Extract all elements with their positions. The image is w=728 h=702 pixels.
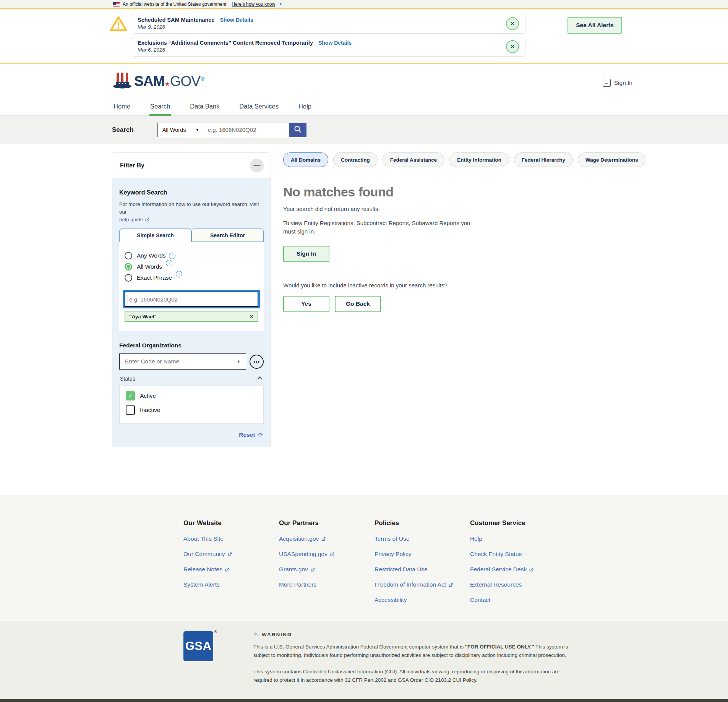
select-caret-icon: ▼ <box>196 128 199 132</box>
warning-paragraph-2: This system contains Controlled Unclassi… <box>253 668 571 684</box>
radio-any-words[interactable]: Any Words i <box>125 252 258 259</box>
external-link-icon <box>225 567 230 572</box>
tab-simple-search[interactable]: Simple Search <box>119 229 191 242</box>
status-accordion-toggle[interactable]: Status <box>120 376 263 382</box>
footer-link-our-community[interactable]: Our Community <box>183 551 279 558</box>
domain-tab-federal-hierarchy[interactable]: Federal Hierarchy <box>514 152 573 167</box>
footer-link-release-notes[interactable]: Release Notes <box>183 566 279 573</box>
footer-link-accessibility[interactable]: Accessibility <box>375 597 470 603</box>
show-details-link[interactable]: Show Details <box>318 40 352 46</box>
federal-organizations-select[interactable]: Enter Code or Name ▼ <box>119 353 246 370</box>
checkbox-inactive[interactable]: Inactive <box>126 405 257 415</box>
footer-links: Our Website About This Site Our Communit… <box>0 495 728 621</box>
reset-filters-link[interactable]: Reset ⟳ <box>120 431 263 438</box>
inactive-records-question: Would you like to include inactive recor… <box>283 282 728 289</box>
heres-how-you-know-link[interactable]: Here’s how you know <box>232 2 275 7</box>
close-icon[interactable]: ✕ <box>506 17 519 30</box>
site-header: SAM ★ GOV ® ← Sign In <box>0 64 728 101</box>
header-sign-in-link[interactable]: ← Sign In <box>603 79 632 87</box>
domain-tab-wage-determinations[interactable]: Wage Determinations <box>578 152 646 167</box>
domain-tab-contracting[interactable]: Contracting <box>333 152 378 167</box>
keyword-chip: "Aya Wael" ✕ <box>125 311 258 322</box>
tab-search-editor[interactable]: Search Editor <box>191 229 264 242</box>
external-link-icon <box>330 552 335 557</box>
footer-col-our-website: Our Website About This Site Our Communit… <box>183 519 279 603</box>
nav-item-data-services[interactable]: Data Services <box>238 101 279 115</box>
footer-link-label: External Resources <box>470 581 522 588</box>
top-search-input[interactable] <box>203 123 289 137</box>
footer-link-federal-service-desk[interactable]: Federal Service Desk <box>470 566 566 573</box>
footer-link-acquisition-gov[interactable]: Acquisition.gov <box>279 535 375 542</box>
main-content: Filter By — Keyword Search For more info… <box>0 144 728 495</box>
domain-tab-federal-assistance[interactable]: Federal Assistance <box>383 152 445 167</box>
gsa-logo: GSA <box>183 631 213 661</box>
footer-link-foia[interactable]: Freedom of Information Act <box>375 581 470 588</box>
yes-button[interactable]: Yes <box>283 296 329 312</box>
more-options-button[interactable]: ••• <box>250 355 264 369</box>
nav-item-help[interactable]: Help <box>298 101 312 115</box>
domain-tab-all-domains[interactable]: All Domains <box>283 152 328 167</box>
footer-link-external-resources[interactable]: External Resources <box>470 581 566 588</box>
footer-link-more-partners[interactable]: More Partners <box>279 581 375 588</box>
footer-link-label: USASpending.gov <box>279 551 328 558</box>
see-all-alerts-button[interactable]: See All Alerts <box>567 17 622 34</box>
footer-link-label: About This Site <box>183 535 224 542</box>
sign-in-button[interactable]: Sign In <box>283 246 329 262</box>
alert-row: Exclusions “Additional Comments” Content… <box>109 37 728 57</box>
footer-link-label: Check Entity Status <box>470 551 522 558</box>
help-guide-link[interactable]: help guide <box>119 217 264 222</box>
chevron-down-icon: ▼ <box>279 2 282 6</box>
logo-gov-text: GOV <box>170 73 200 89</box>
alert-title: Exclusions “Additional Comments” Content… <box>138 40 313 46</box>
go-back-button[interactable]: Go Back <box>335 296 381 312</box>
close-icon[interactable]: ✕ <box>506 40 519 53</box>
chevron-up-icon <box>257 376 262 381</box>
sam-gov-logo[interactable]: SAM ★ GOV ® <box>113 72 728 91</box>
footer-link-system-alerts[interactable]: System Alerts <box>183 581 279 588</box>
footer-link-check-entity-status[interactable]: Check Entity Status <box>470 551 566 558</box>
footer-link-about-this-site[interactable]: About This Site <box>183 535 279 542</box>
radio-circle-checked-icon <box>125 263 132 271</box>
footer-link-help[interactable]: Help <box>470 535 566 542</box>
radio-all-words[interactable]: All Words i <box>125 263 258 271</box>
footer-link-restricted-data-use[interactable]: Restricted Data Use <box>375 566 470 573</box>
radio-label: Exact Phrase <box>137 274 172 281</box>
footer-link-label: Federal Service Desk <box>470 566 527 573</box>
radio-exact-phrase[interactable]: Exact Phrase i <box>125 274 258 282</box>
chip-remove-icon[interactable]: ✕ <box>250 314 254 319</box>
external-link-icon <box>310 567 315 572</box>
footer-link-label: Terms of Use <box>375 535 409 542</box>
gov-banner: An official website of the United States… <box>0 0 728 8</box>
keyword-info-text: For more information on how to use our k… <box>119 201 264 216</box>
logo-star-icon: ★ <box>165 81 169 88</box>
info-icon[interactable]: i <box>166 260 172 266</box>
collapse-filters-button[interactable]: — <box>250 159 264 172</box>
info-icon[interactable]: i <box>169 253 175 259</box>
footer-col-our-partners: Our Partners Acquisition.gov USASpending… <box>279 519 375 603</box>
checkbox-active[interactable]: ✓ Active <box>126 391 257 400</box>
footer-link-privacy-policy[interactable]: Privacy Policy <box>375 551 470 558</box>
footer-link-label: Privacy Policy <box>375 551 411 558</box>
footer-link-label: Contact <box>470 597 490 603</box>
search-button[interactable] <box>289 123 306 137</box>
footer-col-policies: Policies Terms of Use Privacy Policy Res… <box>375 519 470 603</box>
external-link-icon <box>145 217 150 222</box>
warning-icon: ⚠ <box>253 631 259 637</box>
footer-heading: Policies <box>375 519 470 527</box>
domain-tab-entity-information[interactable]: Entity Information <box>449 152 509 167</box>
nav-item-search[interactable]: Search <box>149 101 171 115</box>
footer-link-terms-of-use[interactable]: Terms of Use <box>375 535 470 542</box>
keyword-search-input[interactable] <box>125 292 258 307</box>
radio-label: Any Words <box>137 252 166 259</box>
footer-link-usaspending-gov[interactable]: USASpending.gov <box>279 551 375 558</box>
footer-link-grants-gov[interactable]: Grants.gov <box>279 566 375 573</box>
checkbox-checked-icon: ✓ <box>126 391 135 400</box>
info-icon[interactable]: i <box>176 271 182 277</box>
nav-item-data-bank[interactable]: Data Bank <box>189 101 220 115</box>
footer-link-contact[interactable]: Contact <box>470 597 566 603</box>
show-details-link[interactable]: Show Details <box>220 17 253 23</box>
filter-by-title: Filter By <box>120 162 144 169</box>
search-mode-select[interactable]: All Words ▼ <box>157 123 203 137</box>
chip-label: "Aya Wael" <box>129 314 157 319</box>
nav-item-home[interactable]: Home <box>113 101 131 115</box>
